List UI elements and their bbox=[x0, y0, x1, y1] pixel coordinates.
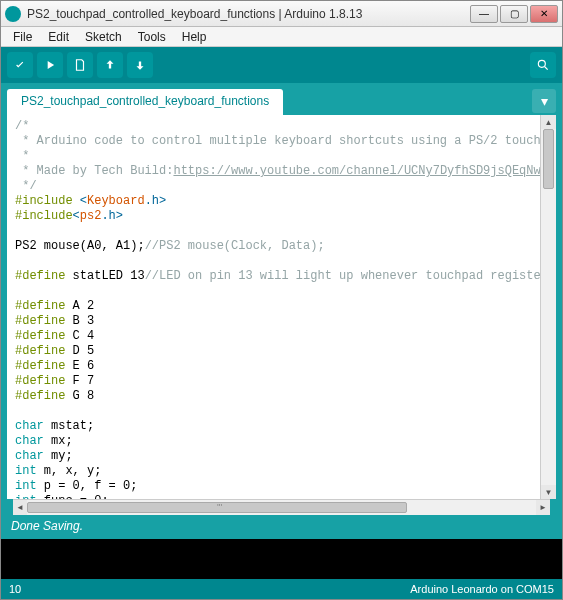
code-token: < bbox=[80, 194, 87, 208]
code-token: statLED 13 bbox=[65, 269, 144, 283]
code-token: #include bbox=[15, 194, 73, 208]
code-editor[interactable]: /* * Arduino code to control multiple ke… bbox=[7, 115, 540, 499]
code-token: #define bbox=[15, 359, 65, 373]
scroll-thumb[interactable] bbox=[543, 129, 554, 189]
code-token: m, x, y; bbox=[37, 464, 102, 478]
scroll-down-button[interactable]: ▼ bbox=[541, 485, 556, 499]
code-token: D 5 bbox=[65, 344, 94, 358]
code-token: PS2 mouse(A0, A1); bbox=[15, 239, 145, 253]
code-token: p = 0, f = 0; bbox=[37, 479, 138, 493]
verify-button[interactable] bbox=[7, 52, 33, 78]
close-button[interactable]: ✕ bbox=[530, 5, 558, 23]
code-token: Keyboard bbox=[87, 194, 145, 208]
window: PS2_touchpad_controlled_keyboard_functio… bbox=[0, 0, 563, 600]
open-button[interactable] bbox=[97, 52, 123, 78]
code-token: int bbox=[15, 464, 37, 478]
menu-sketch[interactable]: Sketch bbox=[77, 28, 130, 46]
code-token: F 7 bbox=[65, 374, 94, 388]
code-line: * Made by Tech Build: bbox=[15, 164, 173, 178]
code-token: #define bbox=[15, 344, 65, 358]
scroll-marker: ''' bbox=[217, 502, 222, 512]
menu-tools[interactable]: Tools bbox=[130, 28, 174, 46]
serial-monitor-button[interactable] bbox=[530, 52, 556, 78]
code-token: E 6 bbox=[65, 359, 94, 373]
window-title: PS2_touchpad_controlled_keyboard_functio… bbox=[27, 7, 470, 21]
maximize-button[interactable]: ▢ bbox=[500, 5, 528, 23]
code-token: G 8 bbox=[65, 389, 94, 403]
arrow-down-icon bbox=[133, 58, 147, 72]
board-info: Arduino Leonardo on COM15 bbox=[410, 583, 554, 595]
code-token: #define bbox=[15, 329, 65, 343]
code-token: A 2 bbox=[65, 299, 94, 313]
code-token: C 4 bbox=[65, 329, 94, 343]
scroll-up-button[interactable]: ▲ bbox=[541, 115, 556, 129]
scroll-right-button[interactable]: ► bbox=[536, 500, 550, 515]
save-button[interactable] bbox=[127, 52, 153, 78]
file-icon bbox=[73, 58, 87, 72]
code-link[interactable]: https://www.youtube.com/channel/UCNy7Dyf… bbox=[173, 164, 540, 178]
code-token: < bbox=[73, 209, 80, 223]
code-token: //PS2 mouse(Clock, Data); bbox=[145, 239, 325, 253]
toolbar bbox=[1, 47, 562, 83]
titlebar[interactable]: PS2_touchpad_controlled_keyboard_functio… bbox=[1, 1, 562, 27]
code-token: B 3 bbox=[65, 314, 94, 328]
editor-wrap: /* * Arduino code to control multiple ke… bbox=[7, 115, 556, 499]
arrow-right-icon bbox=[43, 58, 57, 72]
code-token: my; bbox=[44, 449, 73, 463]
content-area: PS2_touchpad_controlled_keyboard_functio… bbox=[1, 83, 562, 515]
code-token: mx; bbox=[44, 434, 73, 448]
scroll-thumb-h[interactable]: ''' bbox=[27, 502, 407, 513]
status-bar: Done Saving. bbox=[1, 515, 562, 539]
status-message: Done Saving. bbox=[11, 519, 83, 533]
line-number: 10 bbox=[9, 583, 410, 595]
code-token: #include bbox=[15, 209, 73, 223]
minimize-button[interactable]: — bbox=[470, 5, 498, 23]
check-icon bbox=[13, 58, 27, 72]
new-button[interactable] bbox=[67, 52, 93, 78]
arduino-icon bbox=[5, 6, 21, 22]
code-token: #define bbox=[15, 314, 65, 328]
horizontal-scrollbar[interactable]: ◄ ''' ► bbox=[13, 499, 550, 515]
code-line: * Arduino code to control multiple keybo… bbox=[15, 134, 540, 148]
svg-point-0 bbox=[538, 60, 545, 67]
menu-help[interactable]: Help bbox=[174, 28, 215, 46]
code-token: #define bbox=[15, 269, 65, 283]
footer-bar: 10 Arduino Leonardo on COM15 bbox=[1, 579, 562, 599]
code-line: * bbox=[15, 149, 29, 163]
menu-edit[interactable]: Edit bbox=[40, 28, 77, 46]
arrow-up-icon bbox=[103, 58, 117, 72]
vertical-scrollbar[interactable]: ▲ ▼ bbox=[540, 115, 556, 499]
upload-button[interactable] bbox=[37, 52, 63, 78]
code-line: */ bbox=[15, 179, 37, 193]
code-token: #define bbox=[15, 389, 65, 403]
code-token: char bbox=[15, 419, 44, 433]
code-token: .h> bbox=[145, 194, 167, 208]
code-token: mstat; bbox=[44, 419, 94, 433]
code-line: /* bbox=[15, 119, 29, 133]
code-token: char bbox=[15, 434, 44, 448]
menubar: File Edit Sketch Tools Help bbox=[1, 27, 562, 47]
code-token: .h> bbox=[101, 209, 123, 223]
tab-bar: PS2_touchpad_controlled_keyboard_functio… bbox=[7, 89, 556, 115]
code-token: #define bbox=[15, 299, 65, 313]
code-token: char bbox=[15, 449, 44, 463]
magnifier-icon bbox=[536, 58, 550, 72]
window-controls: — ▢ ✕ bbox=[470, 5, 558, 23]
scroll-left-button[interactable]: ◄ bbox=[13, 500, 27, 515]
console-output[interactable] bbox=[1, 539, 562, 579]
sketch-tab[interactable]: PS2_touchpad_controlled_keyboard_functio… bbox=[7, 89, 283, 115]
code-token: #define bbox=[15, 374, 65, 388]
tab-menu-button[interactable]: ▾ bbox=[532, 89, 556, 113]
code-token: ps2 bbox=[80, 209, 102, 223]
menu-file[interactable]: File bbox=[5, 28, 40, 46]
code-token: //LED on pin 13 will light up whenever t… bbox=[145, 269, 540, 283]
code-token: int bbox=[15, 479, 37, 493]
